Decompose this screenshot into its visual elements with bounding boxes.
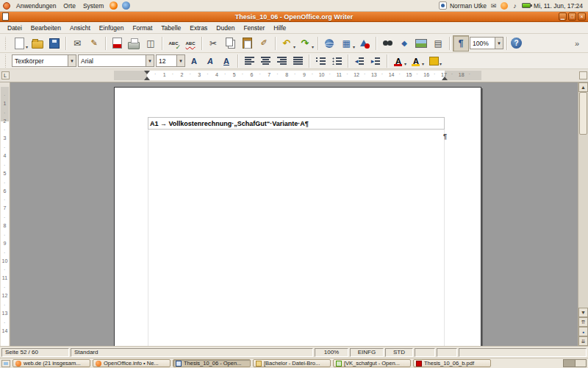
- edit-file-icon[interactable]: ✎: [86, 35, 102, 52]
- draw-functions-icon[interactable]: [356, 35, 373, 52]
- bold-icon[interactable]: A: [187, 54, 201, 68]
- panel-menu-system[interactable]: System: [79, 2, 107, 10]
- status-insert-mode[interactable]: EINFG: [350, 348, 384, 357]
- paragraph-style-combo[interactable]: Textkörper ▼: [12, 54, 76, 67]
- menu-item-tabelle[interactable]: Tabelle: [157, 24, 185, 32]
- font-color-icon[interactable]: A▾: [391, 54, 407, 68]
- status-page-number[interactable]: Seite 52 / 60: [1, 348, 69, 357]
- bullets-icon[interactable]: [329, 54, 344, 68]
- document-page[interactable]: A1 → Vollkostenrechnung·„SchafGut“·Varia…: [114, 87, 481, 346]
- help-icon[interactable]: ?: [510, 37, 523, 49]
- navigation-icon[interactable]: ●: [578, 327, 588, 336]
- pdf-export-icon[interactable]: [109, 35, 125, 52]
- window-titlebar[interactable]: Thesis_10_06 - OpenOffice.org Writer ▁ □…: [0, 12, 588, 22]
- zoom-combo[interactable]: 100%▼: [470, 37, 503, 49]
- underline-icon[interactable]: A: [219, 54, 234, 68]
- paintbrush-icon[interactable]: ✐: [256, 35, 272, 52]
- copy-icon[interactable]: [222, 35, 238, 52]
- align-right-icon[interactable]: [274, 54, 289, 68]
- menu-item-datei[interactable]: Datei: [3, 24, 26, 32]
- window-menu-icon[interactable]: [2, 13, 9, 21]
- user-name[interactable]: Norman Utke: [450, 2, 487, 10]
- menu-item-einfgen[interactable]: Einfügen: [95, 24, 129, 32]
- chevron-down-icon[interactable]: ▼: [146, 55, 154, 66]
- background-color-icon[interactable]: ▾: [426, 54, 442, 68]
- taskbar-button[interactable]: web.de (21 insgesam...: [12, 359, 90, 367]
- maximize-button[interactable]: □: [568, 13, 576, 21]
- close-button[interactable]: ×: [578, 13, 586, 21]
- indent-decrease-icon[interactable]: ◂: [352, 54, 367, 68]
- user-switcher-icon[interactable]: [439, 1, 447, 10]
- tab-type-selector[interactable]: L: [0, 69, 10, 82]
- workspace-1[interactable]: [564, 360, 575, 367]
- nonprinting-icon[interactable]: ¶: [453, 35, 469, 52]
- align-justify-icon[interactable]: [290, 54, 305, 68]
- table-icon[interactable]: ▦▾: [338, 35, 356, 52]
- menu-item-duden[interactable]: Duden: [212, 24, 239, 32]
- italic-icon[interactable]: A: [203, 54, 218, 68]
- next-page-icon[interactable]: ⇊: [578, 336, 588, 346]
- menu-item-fenster[interactable]: Fenster: [239, 24, 269, 32]
- status-zoom[interactable]: 100%: [315, 348, 348, 357]
- paste-icon[interactable]: [239, 35, 255, 52]
- menu-item-ansicht[interactable]: Ansicht: [65, 24, 95, 32]
- ruler-toggle-icon[interactable]: [579, 71, 587, 79]
- chevron-down-icon[interactable]: ▼: [495, 38, 503, 49]
- save-icon[interactable]: [46, 35, 62, 52]
- taskbar-button[interactable]: [VK_schafgut - Open...: [333, 359, 411, 367]
- first-line-indent-marker[interactable]: [144, 71, 150, 74]
- vertical-scrollbar[interactable]: ▲ ▼ ⇈ ● ⇊: [578, 82, 588, 346]
- status-selection-mode[interactable]: STD: [385, 348, 413, 357]
- previous-page-icon[interactable]: ⇈: [578, 317, 588, 327]
- chevron-down-icon[interactable]: ▼: [176, 55, 184, 66]
- autospellcheck-icon[interactable]: ABC: [182, 35, 198, 52]
- scrollbar-track[interactable]: [578, 135, 588, 308]
- align-center-icon[interactable]: [258, 54, 273, 68]
- firefox-launcher-icon[interactable]: [110, 1, 118, 10]
- spellcheck-icon[interactable]: ABC: [165, 35, 182, 52]
- volume-icon[interactable]: ♪: [511, 1, 519, 10]
- align-left-icon[interactable]: [242, 54, 257, 68]
- minimize-button[interactable]: ▁: [559, 13, 567, 21]
- chevron-down-icon[interactable]: ▼: [68, 55, 76, 66]
- undo-icon[interactable]: ↶▾: [279, 35, 296, 52]
- taskbar-button[interactable]: [Bachelor - Datei-Bro...: [253, 359, 331, 367]
- email-icon[interactable]: ✉: [69, 35, 85, 52]
- show-desktop-icon[interactable]: [1, 360, 10, 367]
- menu-item-bearbeiten[interactable]: Bearbeiten: [26, 24, 65, 32]
- indent-increase-icon[interactable]: ▸: [368, 54, 383, 68]
- menu-item-format[interactable]: Format: [128, 24, 157, 32]
- document-table[interactable]: A1 → Vollkostenrechnung·„SchafGut“·Varia…: [148, 117, 445, 130]
- numbering-icon[interactable]: [313, 54, 328, 68]
- status-page-style[interactable]: Standard: [71, 348, 313, 357]
- update-notifier-icon[interactable]: [501, 2, 508, 10]
- toolbar-handle[interactable]: [4, 54, 7, 68]
- ubuntu-logo-icon[interactable]: [3, 2, 10, 10]
- gallery-icon[interactable]: [413, 35, 429, 52]
- redo-icon[interactable]: ↷▾: [297, 35, 315, 52]
- print-icon[interactable]: [126, 35, 142, 52]
- menu-item-extras[interactable]: Extras: [185, 24, 212, 32]
- font-size-combo[interactable]: 12 ▼: [156, 54, 185, 67]
- left-indent-marker[interactable]: [144, 77, 150, 80]
- scrollbar-thumb[interactable]: [579, 92, 587, 135]
- taskbar-button[interactable]: OpenOffice.info • Ne...: [93, 359, 171, 367]
- page-preview-icon[interactable]: ◫: [143, 35, 159, 52]
- cut-icon[interactable]: ✂: [205, 35, 221, 52]
- status-hyperlink-mode[interactable]: [415, 348, 435, 357]
- scroll-down-icon[interactable]: ▼: [578, 308, 588, 317]
- highlight-icon[interactable]: A▾: [409, 54, 425, 68]
- workspace-2[interactable]: [575, 360, 586, 367]
- new-document-icon[interactable]: ▾: [11, 35, 29, 52]
- battery-icon[interactable]: [522, 3, 531, 8]
- chevron-more-icon[interactable]: »: [569, 35, 585, 52]
- panel-menu-anwendungen[interactable]: Anwendungen: [12, 2, 60, 10]
- panel-menu-orte[interactable]: Orte: [60, 2, 79, 10]
- font-name-combo[interactable]: Arial ▼: [78, 54, 154, 67]
- navigator-icon[interactable]: ◆: [396, 35, 412, 52]
- help-launcher-icon[interactable]: [122, 1, 130, 10]
- menu-item-hilfe[interactable]: Hilfe: [269, 24, 290, 32]
- taskbar-button[interactable]: Thesis_10_06_b.pdf: [413, 359, 491, 367]
- open-icon[interactable]: [29, 35, 46, 52]
- clock[interactable]: Mi, 11. Jun, 17:24: [534, 2, 585, 10]
